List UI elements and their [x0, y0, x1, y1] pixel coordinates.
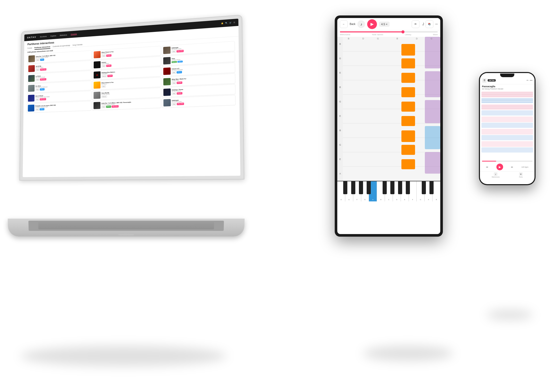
nav-biblioteca[interactable]: Biblioteca — [60, 34, 67, 36]
nav-search-icon[interactable]: 🔍 — [225, 22, 228, 24]
staff-line-4a — [481, 129, 533, 135]
white-key-d2[interactable]: D — [393, 181, 401, 201]
song-card-12[interactable]: Suite No. 7 in G Minor, HWV 432: Passaca… — [92, 98, 161, 110]
white-key-d[interactable]: D — [337, 181, 345, 201]
white-key-f[interactable]: F — [353, 181, 361, 201]
song-img-12 — [93, 102, 100, 109]
phone-tab-metronome[interactable]: ♩ Metronome — [492, 172, 500, 178]
badge-4a: Fácil — [36, 88, 40, 91]
song-info-15: Canon in D de Johann Pachelbel Fácil Clá… — [172, 65, 234, 74]
song-card-18[interactable]: Hallelujah de Leonard Cohen Fácil Play i… — [162, 95, 236, 108]
staff-line-4b — [481, 135, 533, 140]
parts-icon: ≡ — [519, 172, 523, 176]
tablet-library-button[interactable]: 📚 — [426, 20, 433, 28]
phone-progress-bar[interactable] — [482, 161, 532, 162]
tablet-note-names-toggle[interactable]: 𝅘𝅥𝅮 — [421, 22, 424, 26]
col-label-d: D — [363, 37, 364, 40]
song-info-12: Suite No. 7 in G Minor, HWV 432: Passaca… — [101, 100, 160, 108]
white-key-g[interactable]: G — [361, 181, 369, 201]
phone-tab-parts[interactable]: ≡ Parts — [519, 172, 523, 178]
badge-13a: Fácil — [171, 50, 176, 53]
phone-prev-icon[interactable]: ⏮ — [486, 166, 488, 168]
white-key-c[interactable]: C — [385, 181, 393, 201]
parts-tab-label: Parts — [519, 176, 523, 178]
white-key-b2[interactable]: B — [433, 181, 440, 201]
song-info-14: Time de Hans Zimmer Normal Clásico — [171, 54, 234, 63]
song-card-6[interactable]: Preludio 1 en do mayor, BWV 846 de Johan… — [27, 101, 91, 113]
nav-menu-icon[interactable]: ☰ — [234, 21, 235, 24]
badge-2a: Fácil — [36, 69, 40, 71]
badge-12a: Fácil — [101, 106, 106, 108]
staff-line-1a — [481, 91, 533, 97]
song-info-5: He's A Pirate de Hans Zimmer, Klaus Bade… — [35, 93, 90, 101]
badge-11a: Normal — [101, 95, 107, 98]
phone-composer: de Georg Friedrich Händel — [480, 88, 535, 90]
tablet-back-button[interactable]: ← — [340, 20, 348, 28]
badge-3b: Alternativo — [40, 78, 46, 81]
nav-estudiar[interactable]: Estudiar — [71, 33, 77, 35]
song-img-17 — [163, 88, 171, 96]
nav-escritorio[interactable]: Escritorio — [40, 35, 47, 38]
tab-cursos[interactable]: Cursos — [27, 46, 32, 50]
songs-col-1: Suite No. 7 in G Minor, HWV 432: de Geor… — [26, 50, 92, 177]
white-key-f2[interactable]: F — [409, 181, 417, 201]
tablet-note-labels-col: B G E B G E B G E A — [337, 37, 343, 181]
song-img-10 — [94, 82, 101, 89]
phone-body: ☰ OKTAV ✏ ••• Passacaglia de Georg Fried… — [479, 72, 536, 185]
note-label-e1: E — [339, 72, 341, 74]
note-block-7 — [401, 130, 415, 142]
white-key-b[interactable]: B — [377, 181, 385, 201]
tablet-speed-slider[interactable] — [340, 31, 438, 32]
song-img-16 — [163, 78, 171, 85]
song-img-9: M — [94, 71, 101, 78]
laptop-base — [8, 219, 245, 236]
phone-menu-icon[interactable]: ☰ — [482, 78, 487, 83]
staff-line-5a — [481, 141, 533, 147]
phone-next-icon[interactable]: ⏭ — [511, 166, 513, 168]
white-key-a-active[interactable]: A — [369, 181, 377, 201]
phone-app-badge: OKTAV — [488, 79, 496, 82]
song-info-11: Vous Me Me de Jack Johnson Normal — [101, 90, 160, 98]
song-img-6 — [28, 105, 34, 112]
badge-17b: Popular — [177, 92, 183, 95]
laptop-keyboard — [28, 221, 224, 231]
tablet-edit-button[interactable]: ✏ — [412, 20, 419, 28]
tablet-note-names-label: Note names — [372, 33, 383, 36]
nav-cart-icon[interactable]: 🛒 — [229, 22, 232, 24]
phone-play-button[interactable]: ▶ — [496, 164, 503, 170]
phone-more-icon[interactable]: ••• — [530, 79, 532, 82]
phone-tempo-display: 120 bpm — [521, 166, 528, 168]
song-info-9: Nothing Else Matters de Metallica Normal… — [101, 69, 160, 77]
badge-14b: Clásico — [177, 61, 183, 63]
badge-6a: Fácil — [35, 108, 39, 111]
tablet-toolbar: ← Back ♪ ▶ 4.5 × ✏ 𝅘𝅥𝅮 📚 ••• — [337, 18, 440, 30]
tablet-music-note-icon: ♪ — [357, 20, 365, 28]
white-key-a2[interactable]: A — [425, 181, 433, 201]
badge-3a: Fácil — [36, 78, 40, 81]
badge-piano-1: Piano — [40, 58, 44, 61]
phone-edit-icon[interactable]: ✏ — [527, 79, 529, 82]
tablet-back-label[interactable]: Back — [350, 23, 355, 25]
badge-12b: Clásico — [106, 105, 111, 108]
col-label-d2: D — [416, 37, 418, 40]
tablet-slider-fill — [340, 31, 403, 32]
white-key-e2[interactable]: E — [401, 181, 409, 201]
note-block-2 — [401, 58, 415, 68]
tablet-play-button[interactable]: ▶ — [367, 19, 377, 29]
staff-line-3b — [481, 123, 533, 128]
nav-bell-icon[interactable]: 🔔 — [221, 22, 224, 25]
badge-8a: Fácil — [101, 65, 106, 67]
tablet-piano-keyboard: D E F G A B — [337, 181, 440, 201]
tablet-speed-display[interactable]: 4.5 × — [379, 22, 390, 27]
phone-screen: ☰ OKTAV ✏ ••• Passacaglia de Georg Fried… — [480, 73, 535, 184]
staff-line-1a-l2 — [481, 94, 533, 94]
phone-bottom-tabs: ♩ Metronome ≡ Parts — [480, 171, 535, 179]
laptop-screen: OKTAV Escritorio Explora Biblioteca Estu… — [23, 19, 240, 177]
white-key-e[interactable]: E — [345, 181, 353, 201]
badge-15a: Fácil — [172, 71, 176, 74]
nav-explora[interactable]: Explora — [50, 35, 56, 37]
tab-songtutorials[interactable]: Song Tutorials — [73, 43, 83, 47]
tablet-more-button[interactable]: ••• — [435, 23, 438, 25]
white-key-g2[interactable]: G — [417, 181, 425, 201]
song-img-15 — [163, 67, 171, 75]
